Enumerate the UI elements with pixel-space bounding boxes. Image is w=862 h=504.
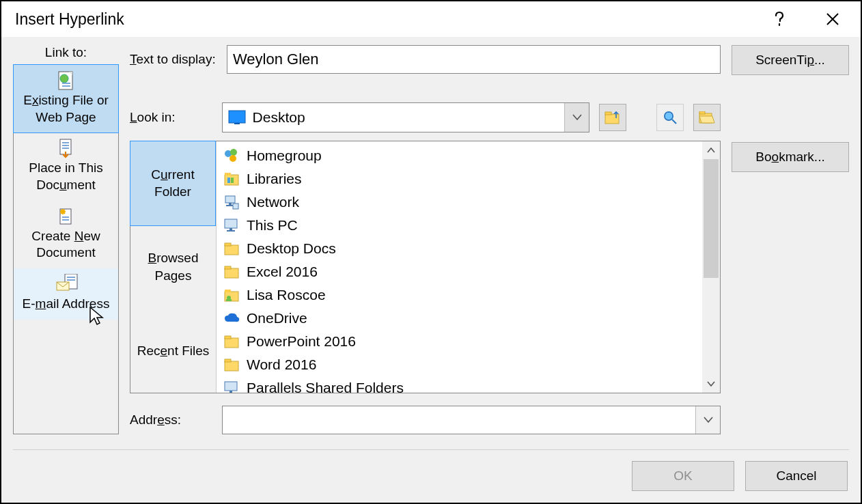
address-combo[interactable] [222,406,721,434]
svg-rect-15 [62,219,69,221]
title-bar: Insert Hyperlink [1,1,861,37]
look-in-row: Look in: Desktop [130,102,721,132]
list-item-label: Desktop Docs [247,240,336,257]
scroll-down-button[interactable] [702,375,720,393]
svg-rect-56 [225,382,237,391]
list-item-label: Libraries [247,171,302,187]
address-input[interactable] [223,406,695,434]
bookmark-button[interactable]: Bookmark... [732,142,849,172]
list-item[interactable]: This PC [217,214,702,237]
svg-rect-37 [225,196,235,203]
svg-rect-40 [233,204,238,209]
scroll-track[interactable] [702,159,720,375]
main-column: Text to display: Look in: [130,45,721,434]
svg-rect-46 [225,268,238,278]
browse-web-button[interactable] [656,104,684,131]
list-item-label: Lisa Roscoe [247,287,326,303]
svg-rect-28 [699,111,705,114]
link-to-label: Link to: [13,45,119,64]
svg-rect-43 [227,230,235,232]
folder-icon [223,240,240,257]
help-button[interactable] [765,5,794,33]
folder-icon [223,356,240,373]
svg-rect-6 [62,142,69,143]
close-icon [826,12,839,26]
list-item[interactable]: Lisa Roscoe [217,283,702,307]
separator [13,449,849,450]
chevron-down-icon [572,114,582,121]
text-to-display-input[interactable] [227,45,721,74]
svg-rect-20 [229,111,245,123]
svg-rect-34 [225,173,231,176]
address-row: Address: [130,406,721,434]
browse-area: Current Folder Browsed Pages [130,141,721,393]
scrollbar[interactable] [702,141,720,393]
svg-rect-35 [227,178,230,183]
dialog-upper: Link to: Ex [13,45,849,434]
link-tab-create-new-document[interactable]: Create New Document [14,201,118,268]
dialog-footer: OK Cancel [13,461,849,491]
list-item-label: Excel 2016 [247,264,318,280]
chevron-down-icon [707,381,715,387]
svg-rect-57 [230,391,232,393]
list-item[interactable]: Libraries [217,167,702,191]
list-item[interactable]: PowerPoint 2016 [217,330,702,353]
svg-rect-54 [225,361,238,371]
link-tab-email-address[interactable]: E-mail Address [14,268,118,320]
folder-up-icon [604,111,621,124]
pc-icon [223,217,240,234]
list-item[interactable]: Network [217,191,702,214]
list-item-label: This PC [247,217,298,234]
scroll-thumb[interactable] [704,159,719,278]
look-in-drop-button[interactable] [564,103,589,132]
address-label: Address: [130,412,222,428]
chevron-up-icon [707,148,715,153]
insert-hyperlink-dialog: Insert Hyperlink Link to: [0,0,862,504]
browse-tab-recent-files[interactable]: Recent Files [130,309,216,393]
list-item-label: OneDrive [247,310,307,326]
svg-rect-47 [225,266,231,269]
list-item-label: Parallels Shared Folders [247,380,404,393]
svg-rect-42 [230,228,232,230]
list-item[interactable]: OneDrive [217,307,702,330]
web-file-icon [55,70,77,91]
network-icon [223,194,240,210]
onedrive-icon [223,310,240,326]
dialog-body: Link to: Ex [1,37,861,503]
svg-rect-14 [62,216,69,218]
cancel-button[interactable]: Cancel [745,461,848,491]
list-item[interactable]: Desktop Docs [217,237,702,260]
list-item[interactable]: Excel 2016 [217,260,702,283]
screentip-button[interactable]: ScreenTip... [732,45,849,75]
close-button[interactable] [818,5,847,33]
svg-point-31 [230,149,237,156]
svg-rect-44 [225,245,238,255]
browse-tab-current-folder[interactable]: Current Folder [130,141,216,226]
scroll-up-button[interactable] [702,141,720,159]
right-buttons: ScreenTip... Bookmark... [732,45,849,434]
svg-rect-41 [225,219,237,228]
look-in-combo[interactable]: Desktop [222,102,589,132]
svg-rect-52 [225,338,238,348]
svg-rect-7 [62,145,69,146]
up-one-folder-button[interactable] [599,104,626,131]
link-tab-existing-file[interactable]: Existing File or Web Page [13,64,119,133]
browse-file-button[interactable] [693,104,721,131]
list-item[interactable]: Word 2016 [217,353,702,376]
svg-rect-38 [229,203,232,205]
link-tab-place-in-document[interactable]: Place in This Document [14,132,118,200]
address-drop-button[interactable] [695,406,720,434]
look-in-label: Look in: [130,110,222,125]
browse-tab-browsed-pages[interactable]: Browsed Pages [130,225,216,309]
pc-icon [223,380,240,393]
browse-tabs: Current Folder Browsed Pages [130,141,217,393]
list-item-label: PowerPoint 2016 [247,333,356,350]
list-item[interactable]: Homegroup [217,144,702,167]
dialog-title: Insert Hyperlink [15,10,740,29]
file-list[interactable]: HomegroupLibrariesNetworkThis PCDesktop … [217,141,720,393]
ok-button[interactable]: OK [632,461,734,491]
svg-rect-8 [62,148,69,149]
folder-icon [223,333,240,350]
list-item-label: Homegroup [247,148,322,164]
list-item[interactable]: Parallels Shared Folders [217,376,702,393]
